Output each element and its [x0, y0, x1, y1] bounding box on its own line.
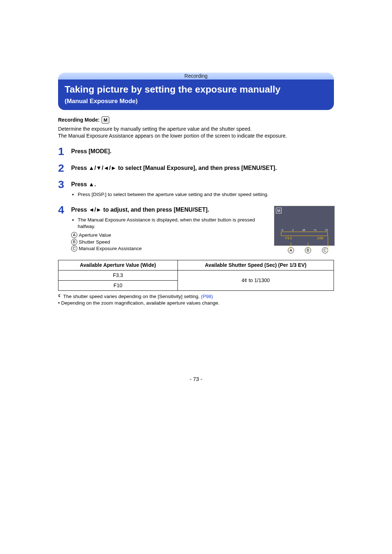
table-cell: F3.3 — [58, 270, 178, 281]
section-tab: Recording — [58, 73, 334, 80]
table-header-aperture: Available Aperture Value (Wide) — [58, 260, 178, 270]
lcd-aperture: F3.3 — [285, 236, 292, 240]
step-number: 1 — [58, 146, 71, 158]
ev-ticks: -2 -1 ±0 +1 +2 — [281, 228, 328, 232]
step-number: 3 — [58, 179, 71, 199]
step-heading: Press ◄/► to adjust, and then press [MEN… — [71, 206, 268, 214]
step-2: 2 Press ▲/▼/◄/► to select [Manual Exposu… — [58, 163, 334, 174]
footnote-star: ¢ — [58, 293, 61, 298]
page-title: Taking picture by setting the exposure m… — [65, 83, 327, 96]
table-cell: F10 — [58, 281, 178, 291]
step-number: 4 — [58, 204, 71, 253]
table-header-shutter: Available Shutter Speed (Sec) (Per 1/3 E… — [177, 260, 334, 270]
lcd-shutter: 1/30 — [317, 236, 323, 240]
footnote-1: The shutter speed varies depending on th… — [63, 294, 200, 299]
legend-c: CManual Exposure Assistance — [71, 245, 268, 252]
section-label: Recording — [184, 73, 208, 79]
table-cell: 4¢ to 1/1300 — [177, 270, 334, 291]
page-subtitle: (Manual Exposure Mode) — [65, 97, 327, 106]
step-heading: Press ▲. — [71, 180, 334, 188]
legend-a: AAperture Value — [71, 232, 268, 239]
step-4: 4 Press ◄/► to adjust, and then press [M… — [58, 204, 334, 253]
lcd-illustration: M -2 -1 ±0 +1 +2 F3.3 1/30 — [274, 206, 334, 253]
recording-mode-line: Recording Mode: M — [58, 117, 334, 124]
footnotes: ¢ The shutter speed varies depending on … — [58, 293, 334, 306]
step-3: 3 Press ▲. Press [DISP.] to select betwe… — [58, 179, 334, 199]
step-heading: Press [MODE]. — [71, 147, 334, 155]
step-1: 1 Press [MODE]. — [58, 146, 334, 158]
lcd-mode-chip: M — [276, 208, 282, 213]
aperture-shutter-table: Available Aperture Value (Wide) Availabl… — [58, 260, 334, 291]
intro-paragraph: Determine the exposure by manually setti… — [58, 126, 334, 139]
page-number: - 73 - — [58, 375, 334, 383]
step-heading: Press ▲/▼/◄/► to select [Manual Exposure… — [71, 164, 334, 172]
lcd-callout-labels: A B C — [274, 247, 334, 253]
title-bar: Taking picture by setting the exposure m… — [58, 80, 334, 110]
lcd-values: F3.3 1/30 — [285, 236, 323, 240]
legend-b: BShutter Speed — [71, 239, 268, 245]
step-bullet: The Manual Exposure Assistance is displa… — [78, 217, 268, 230]
step-number: 2 — [58, 163, 71, 174]
page-ref-link[interactable]: (P98) — [201, 294, 213, 299]
step-bullet: Press [DISP.] to select between the aper… — [78, 191, 334, 198]
recording-mode-label: Recording Mode: — [58, 117, 99, 123]
mode-chip-m: M — [102, 117, 109, 124]
footnote-2: Depending on the zoom magnification, ava… — [61, 300, 219, 306]
